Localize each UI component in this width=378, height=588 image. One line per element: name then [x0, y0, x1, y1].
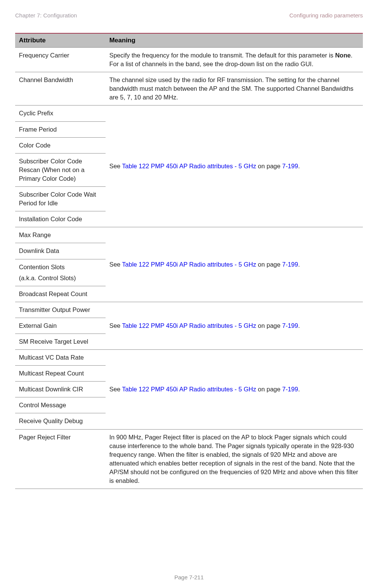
attr-scc-rescan: Subscriber Color Code Rescan (When not o…	[15, 153, 106, 186]
ref1-on: on page	[258, 163, 282, 169]
meaning-group4: See Table 122 PMP 450i AP Radio attribut…	[106, 350, 363, 429]
attr-frame-period: Frame Period	[15, 121, 106, 137]
ref1-link2[interactable]: GHz	[244, 163, 258, 169]
ref3-on: on page	[258, 322, 282, 329]
meaning-pager-reject: In 900 MHz, Pager Reject filter is place…	[106, 429, 363, 489]
col-meaning: Meaning	[106, 33, 363, 48]
ref4-see: See	[109, 386, 122, 393]
ref1-page[interactable]: 7-199	[282, 163, 298, 169]
ref1-dot: .	[298, 163, 300, 169]
table-row-cyclic-prefix: Cyclic Prefix See Table 122 PMP 450i AP …	[15, 105, 363, 121]
attr-max-range: Max Range	[15, 227, 106, 243]
col-attribute: Attribute	[15, 33, 106, 48]
attr-pager-reject: Pager Reject Filter	[15, 429, 106, 489]
ref3-page[interactable]: 7-199	[282, 322, 298, 329]
table-row-frequency-carrier: Frequency Carrier Specify the frequency …	[15, 48, 363, 72]
meaning-frequency-carrier: Specify the frequency for the module to …	[106, 48, 363, 72]
ref2-page[interactable]: 7-199	[282, 261, 298, 268]
ref2-link[interactable]: Table 122 PMP 450i AP Radio attributes -…	[122, 261, 258, 268]
ref4-dot: .	[298, 386, 300, 393]
contention-slots-sub: (a.k.a. Control Slots)	[19, 274, 102, 282]
attr-mc-dl-cir: Multicast Downlink CIR	[15, 382, 106, 397]
table-row-tx-out-power: Transmitter Output Power See Table 122 P…	[15, 302, 363, 318]
ref4-page[interactable]: 7-199	[282, 386, 298, 393]
attr-cyclic-prefix: Cyclic Prefix	[15, 105, 106, 121]
ref3-see: See	[109, 322, 122, 329]
header-left: Chapter 7: Configuration	[15, 12, 77, 19]
table-header-row: Attribute Meaning	[15, 33, 363, 48]
attr-installation-color: Installation Color Code	[15, 211, 106, 227]
meaning-group2: See Table 122 PMP 450i AP Radio attribut…	[106, 227, 363, 302]
attr-scc-wait: Subscriber Color Code Wait Period for Id…	[15, 187, 106, 211]
meaning-group3: See Table 122 PMP 450i AP Radio attribut…	[106, 302, 363, 349]
attr-rx-quality-dbg: Receive Quality Debug	[15, 413, 106, 429]
fc-prefix: Specify the frequency for the module to …	[109, 52, 335, 59]
ref1-see: See	[109, 163, 122, 169]
attr-mc-vc-rate: Multicast VC Data Rate	[15, 350, 106, 366]
table-row-mc-vc-rate: Multicast VC Data Rate See Table 122 PMP…	[15, 350, 363, 366]
header-right: Configuring radio parameters	[289, 12, 363, 19]
attr-contention-slots: Contention Slots (a.k.a. Control Slots)	[15, 259, 106, 286]
ref4-on: on page	[258, 386, 282, 393]
page-header: Chapter 7: Configuration Configuring rad…	[15, 12, 363, 19]
meaning-channel-bandwidth: The channel size used by the radio for R…	[106, 72, 363, 105]
fc-none: None	[335, 52, 351, 59]
attr-ctrl-msg: Control Message	[15, 397, 106, 413]
attr-sm-rx-target: SM Receive Target Level	[15, 334, 106, 349]
table-row-pager-reject: Pager Reject Filter In 900 MHz, Pager Re…	[15, 429, 363, 489]
attr-mc-repeat: Multicast Repeat Count	[15, 366, 106, 382]
attr-broadcast-repeat: Broadcast Repeat Count	[15, 286, 106, 302]
table-row-channel-bandwidth: Channel Bandwidth The channel size used …	[15, 72, 363, 105]
attributes-table: Attribute Meaning Frequency Carrier Spec…	[15, 33, 363, 489]
ref3-dot: .	[298, 322, 300, 329]
table-row-max-range: Max Range See Table 122 PMP 450i AP Radi…	[15, 227, 363, 243]
attr-frequency-carrier: Frequency Carrier	[15, 48, 106, 72]
ref4-link[interactable]: Table 122 PMP 450i AP Radio attributes -…	[122, 386, 258, 393]
attr-channel-bandwidth: Channel Bandwidth	[15, 72, 106, 105]
ref2-on: on page	[258, 261, 282, 268]
ref3-link[interactable]: Table 122 PMP 450i AP Radio attributes -…	[122, 322, 258, 329]
attr-downlink-data: Downlink Data	[15, 243, 106, 259]
attr-color-code: Color Code	[15, 137, 106, 153]
page-footer: Page 7-211	[15, 563, 363, 580]
ref1-link[interactable]: Table 122 PMP 450i AP Radio attributes -…	[122, 163, 244, 169]
ref2-see: See	[109, 261, 122, 268]
contention-slots-main: Contention Slots	[19, 263, 102, 272]
ref2-dot: .	[298, 261, 300, 268]
attr-external-gain: External Gain	[15, 318, 106, 334]
attr-tx-out-power: Transmitter Output Power	[15, 302, 106, 318]
meaning-group1: See Table 122 PMP 450i AP Radio attribut…	[106, 105, 363, 227]
